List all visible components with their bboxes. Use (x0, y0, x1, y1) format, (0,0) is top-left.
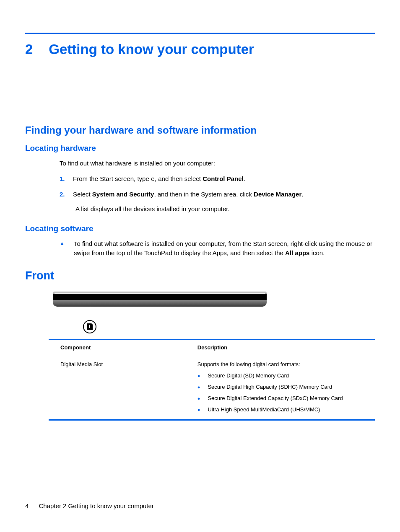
sd-slot-icon (83, 320, 96, 333)
hardware-result: A list displays all the devices installe… (75, 204, 375, 213)
component-table: Component Description Digital Media Slot… (49, 339, 375, 421)
section-title: Finding your hardware and software infor… (25, 124, 375, 136)
chapter-number: 2 (25, 41, 33, 57)
chapter-rule (25, 33, 375, 34)
step-text: Select System and Security, and then in … (73, 190, 303, 199)
bullet-icon: ● (197, 396, 200, 401)
feature-list: ●Secure Digital (SD) Memory Card ●Secure… (197, 372, 371, 413)
section-front: Front (25, 269, 375, 282)
list-item: ●Secure Digital High Capacity (SDHC) Mem… (197, 384, 371, 390)
footer-label: Chapter 2 Getting to know your computer (39, 502, 154, 509)
laptop-front-bar (53, 292, 267, 307)
chapter-title: Getting to know your computer (49, 41, 254, 57)
bullet-icon: ● (197, 407, 200, 413)
hardware-steps: 1. From the Start screen, type c, and th… (60, 174, 375, 199)
hardware-intro: To find out what hardware is installed o… (60, 159, 375, 168)
step-number: 2. (60, 190, 65, 199)
step-text: From the Start screen, type c, and then … (73, 174, 245, 184)
page-footer: 4 Chapter 2 Getting to know your compute… (25, 502, 154, 509)
table-row: Digital Media Slot Supports the followin… (49, 355, 375, 420)
component-name: Digital Media Slot (49, 355, 186, 420)
bullet-icon: ● (197, 385, 200, 390)
front-illustration (53, 292, 366, 333)
bullet-icon: ● (197, 373, 200, 379)
list-item: 2. Select System and Security, and then … (60, 190, 375, 199)
component-description: Supports the following digital card form… (186, 355, 375, 420)
callout (53, 309, 366, 333)
subsection-locating-hardware: Locating hardware (25, 144, 375, 153)
list-item: 1. From the Start screen, type c, and th… (60, 174, 375, 184)
list-item: ●Secure Digital Extended Capacity (SDxC)… (197, 395, 371, 401)
column-header-component: Component (49, 340, 186, 355)
software-text: To find out what software is installed o… (74, 239, 375, 258)
step-number: 1. (60, 174, 65, 184)
page-number: 4 (25, 502, 29, 509)
software-bullet: ▲ To find out what software is installed… (60, 239, 375, 258)
list-item: ●Secure Digital (SD) Memory Card (197, 372, 371, 379)
subsection-locating-software: Locating software (25, 224, 375, 233)
chapter-heading: 2 Getting to know your computer (25, 41, 375, 57)
column-header-description: Description (186, 340, 375, 355)
triangle-icon: ▲ (60, 240, 65, 258)
list-item: ●Ultra High Speed MultiMediaCard (UHS/MM… (197, 406, 371, 413)
